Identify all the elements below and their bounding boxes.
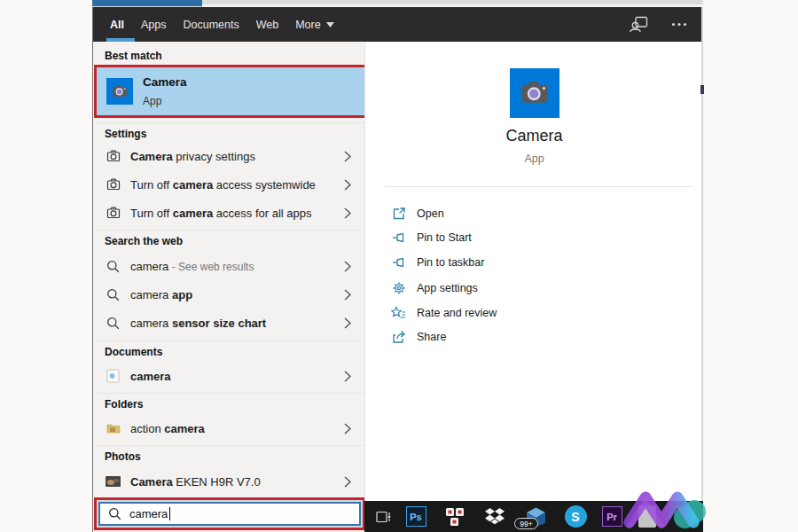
premiere-icon[interactable]: Pr [600, 501, 623, 532]
section-header-search-the-web: Search the web [93, 230, 364, 247]
result-web-camera-app[interactable]: camera app [93, 280, 364, 309]
account-icon[interactable] [630, 16, 648, 33]
section-header-best-match: Best match [93, 45, 364, 62]
chevron-right-icon[interactable] [344, 289, 351, 301]
tab-apps[interactable]: Apps [141, 19, 167, 31]
preview-app-title: Camera [365, 127, 703, 145]
task-view-icon[interactable] [373, 501, 395, 532]
section-header-photos: Photos [93, 445, 364, 463]
tab-documents[interactable]: Documents [183, 19, 239, 31]
action-label: App settings [417, 282, 478, 294]
text-part: camera [130, 260, 168, 273]
camera-outline-icon [106, 206, 121, 221]
search-results-panel: Best match Camera App Settings Camera pr [93, 42, 364, 532]
gear-icon [391, 281, 406, 296]
best-match-result-camera[interactable]: Camera App [94, 65, 367, 118]
dropbox-icon[interactable] [482, 501, 507, 532]
result-web-camera-sensor-size-chart[interactable]: camera sensor size chart [93, 309, 364, 337]
action-pin-to-start[interactable]: Pin to Start [365, 226, 703, 249]
search-filter-tabs: All Apps Documents Web More [110, 7, 334, 42]
background-scrollbar [701, 7, 703, 501]
chevron-down-icon [326, 22, 334, 27]
text-part: camera [130, 317, 172, 330]
chevron-right-icon[interactable] [344, 151, 351, 162]
text-part: camera [130, 288, 172, 301]
background-browser-active-tab [92, 0, 202, 6]
action-label: Pin to Start [417, 231, 472, 244]
folder-icon [106, 421, 121, 436]
action-label: Open [417, 207, 444, 220]
photoshop-tile-label: Ps [406, 506, 426, 527]
action-share[interactable]: Share [365, 325, 703, 348]
action-app-settings[interactable]: App settings [365, 277, 703, 300]
camera-app-icon [106, 78, 133, 105]
action-pin-to-taskbar[interactable]: Pin to taskbar [365, 251, 703, 274]
chevron-right-icon[interactable] [344, 371, 351, 382]
ellipsis-menu-icon[interactable] [671, 22, 687, 27]
result-text: camera [130, 370, 344, 383]
camera-outline-icon [106, 177, 121, 192]
tab-web[interactable]: Web [256, 19, 278, 31]
text-part: Camera [130, 150, 173, 163]
text-part: camera [130, 370, 171, 383]
section-header-folders: Folders [93, 393, 364, 411]
text-part: EKEN H9R V7.0 [173, 475, 261, 489]
result-web-camera[interactable]: camera - See web results [93, 252, 364, 280]
photoshop-icon[interactable]: Ps [404, 501, 427, 532]
share-icon [391, 330, 406, 345]
rate-star-icon [391, 306, 406, 321]
tab-all[interactable]: All [110, 19, 124, 31]
result-text: camera - See web results [130, 260, 344, 273]
result-document-camera[interactable]: camera [93, 362, 364, 390]
action-label: Rate and review [417, 307, 497, 319]
document-icon [106, 369, 121, 384]
text-part: Turn off [130, 178, 173, 192]
preview-divider [386, 186, 693, 187]
chevron-right-icon[interactable] [344, 476, 351, 488]
text-part: Turn off [130, 207, 173, 220]
skype-icon[interactable]: S [563, 501, 588, 532]
premiere-tile-label: Pr [602, 506, 622, 527]
text-part: camera [164, 422, 205, 435]
action-label: Share [417, 331, 446, 343]
action-open[interactable]: Open [365, 202, 703, 225]
result-text: Camera privacy settings [130, 150, 344, 163]
open-icon [391, 207, 406, 222]
pin-icon [391, 231, 406, 246]
windows-search-screen: All Apps Documents Web More Best match [0, 0, 798, 532]
text-part: access systemwide [213, 178, 316, 192]
result-photo-camera-eken[interactable]: Camera EKEN H9R V7.0 [93, 467, 364, 496]
background-browser-tabbar [92, 0, 703, 7]
best-match-title: Camera [143, 75, 187, 89]
chevron-right-icon[interactable] [344, 179, 351, 191]
chevron-right-icon[interactable] [344, 261, 351, 272]
text-part: Camera [130, 475, 173, 489]
search-icon [106, 316, 121, 331]
chevron-right-icon[interactable] [344, 207, 351, 219]
result-folder-action-camera[interactable]: action camera [93, 414, 364, 442]
tab-more[interactable]: More [295, 19, 333, 31]
chevron-right-icon[interactable] [344, 423, 351, 434]
pin-icon [391, 255, 406, 270]
text-part: camera [173, 207, 214, 220]
result-text: camera sensor size chart [130, 317, 344, 330]
search-input[interactable]: camera [98, 502, 361, 526]
action-label: Pin to taskbar [417, 256, 484, 269]
result-turn-off-camera-systemwide[interactable]: Turn off camera access systemwide [93, 170, 364, 199]
camera-outline-icon [106, 149, 121, 164]
search-filter-bar: All Apps Documents Web More [92, 7, 703, 42]
chevron-right-icon[interactable] [344, 317, 351, 329]
text-part: camera [173, 178, 214, 192]
section-header-settings: Settings [93, 122, 364, 140]
input-method-icon[interactable] [442, 501, 467, 532]
result-text: camera app [130, 288, 344, 301]
result-camera-privacy-settings[interactable]: Camera privacy settings [93, 142, 364, 170]
mail-unread-badge: 99+ [514, 518, 538, 529]
result-text: Turn off camera access for all apps [130, 207, 344, 220]
photo-thumbnail-icon [106, 474, 121, 489]
watermark-logo [622, 485, 707, 532]
result-turn-off-camera-all-apps[interactable]: Turn off camera access for all apps [93, 199, 364, 227]
action-rate-and-review[interactable]: Rate and review [365, 301, 703, 325]
tab-more-label: More [295, 19, 320, 31]
text-cursor [169, 507, 170, 520]
